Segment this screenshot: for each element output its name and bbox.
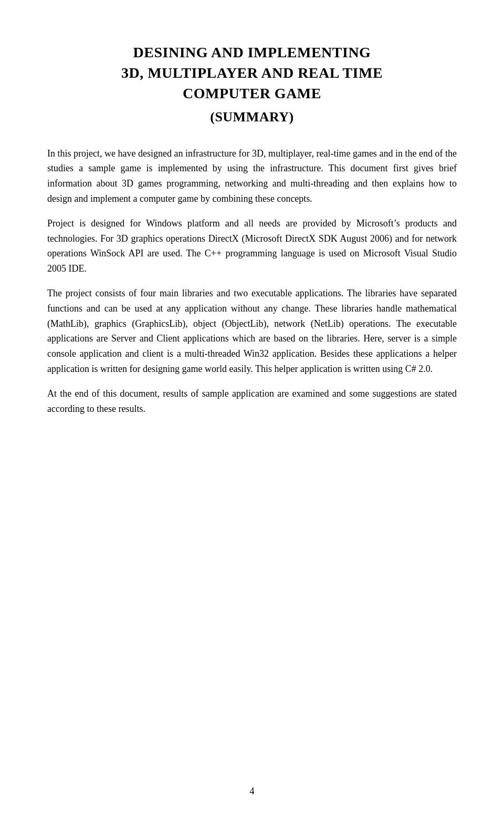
paragraph-1: In this project, we have designed an inf… — [47, 146, 457, 206]
title-line2: 3D, MULTIPLAYER AND REAL TIME — [47, 63, 457, 83]
page: DESINING AND IMPLEMENTING 3D, MULTIPLAYE… — [0, 0, 504, 818]
paragraph-4: At the end of this document, results of … — [47, 386, 457, 417]
title-line1: DESINING AND IMPLEMENTING — [47, 42, 457, 63]
paragraph-2: Project is designed for Windows platform… — [47, 216, 457, 276]
subtitle: (SUMMARY) — [47, 109, 457, 125]
title-line3: COMPUTER GAME — [47, 83, 457, 103]
paragraph-3: The project consists of four main librar… — [47, 286, 457, 377]
main-title: DESINING AND IMPLEMENTING 3D, MULTIPLAYE… — [47, 42, 457, 104]
title-section: DESINING AND IMPLEMENTING 3D, MULTIPLAYE… — [47, 42, 457, 125]
page-number: 4 — [250, 786, 255, 797]
